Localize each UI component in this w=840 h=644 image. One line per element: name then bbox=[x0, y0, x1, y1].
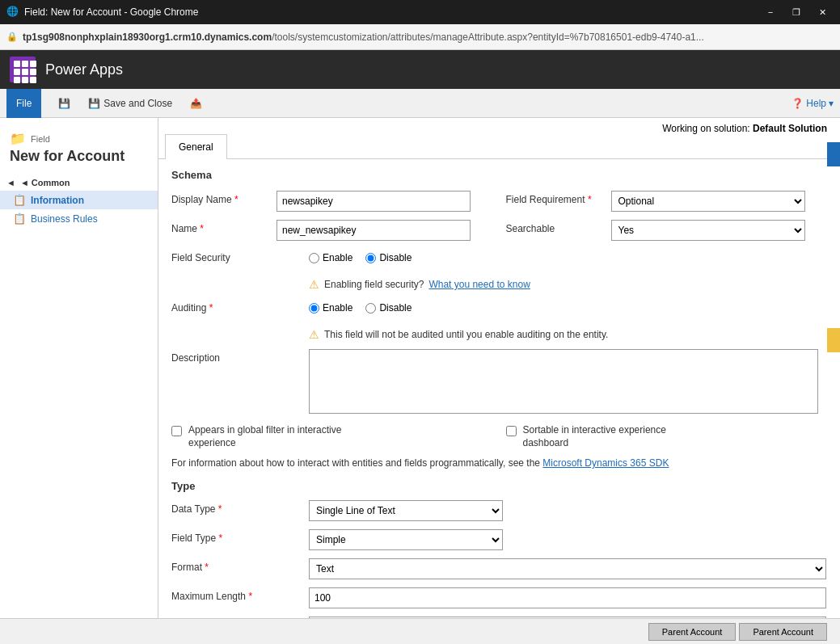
field-security-disable-radio[interactable]: Disable bbox=[365, 252, 412, 263]
waffle-menu[interactable] bbox=[10, 57, 36, 82]
name-row: Name * Searchable Yes No bbox=[171, 220, 827, 241]
field-requirement-select[interactable]: Optional Business Recommended Business R… bbox=[611, 191, 805, 212]
format-row: Format * Text Email URL Phone bbox=[171, 558, 827, 579]
display-name-input[interactable] bbox=[276, 191, 471, 212]
sidebar-item-business-rules[interactable]: 📋 Business Rules bbox=[0, 209, 158, 228]
auditing-warning-row: ⚠ This field will not be audited until y… bbox=[171, 328, 827, 341]
right-accent-panel bbox=[827, 118, 840, 644]
field-security-warning-row: ⚠ Enabling field security? What you need… bbox=[171, 278, 827, 291]
publish-icon: 📤 bbox=[190, 98, 202, 109]
display-name-row: Display Name * Field Requirement * Optio… bbox=[171, 191, 827, 212]
help-dropdown-icon: ▾ bbox=[829, 98, 834, 109]
sidebar: 📁 Field New for Account ◄ ◄ Common 📋 Inf… bbox=[0, 118, 158, 644]
window-title: Field: New for Account - Google Chrome bbox=[24, 6, 759, 18]
field-security-radio-group: Enable Disable bbox=[309, 249, 827, 263]
name-label: Name * bbox=[171, 220, 276, 234]
main-content: Working on solution: Default Solution Ge… bbox=[158, 118, 840, 644]
searchable-label: Searchable bbox=[506, 220, 611, 234]
field-type-label: Field Type * bbox=[171, 529, 309, 544]
page-title: New for Account bbox=[10, 148, 148, 165]
max-length-label: Maximum Length * bbox=[171, 587, 309, 602]
app-header: Power Apps bbox=[0, 50, 840, 89]
tab-general[interactable]: General bbox=[165, 134, 227, 159]
chrome-icon: 🌐 bbox=[6, 6, 19, 19]
sortable-checkbox[interactable] bbox=[506, 426, 517, 436]
warning-icon: ⚠ bbox=[309, 278, 319, 291]
blue-accent bbox=[827, 142, 840, 166]
auditing-warning-icon: ⚠ bbox=[309, 328, 319, 341]
page-header: 📁 Field New for Account bbox=[0, 124, 158, 175]
solution-bar: Working on solution: Default Solution bbox=[158, 118, 840, 134]
restore-button[interactable]: ❐ bbox=[785, 3, 808, 21]
address-bar: 🔒 tp1sg908nonphxplain18930org1.crm10.dyn… bbox=[0, 24, 840, 50]
help-icon: ❓ bbox=[791, 98, 804, 109]
title-bar: 🌐 Field: New for Account - Google Chrome… bbox=[0, 0, 840, 24]
app-title: Power Apps bbox=[45, 61, 123, 78]
file-button[interactable]: File bbox=[6, 89, 41, 118]
auditing-label: Auditing * bbox=[171, 299, 309, 314]
tab-strip: General bbox=[158, 134, 840, 159]
common-section-label: ◄ ◄ Common bbox=[0, 175, 158, 191]
global-filter-checkbox[interactable] bbox=[171, 426, 182, 436]
data-type-label: Data Type * bbox=[171, 500, 309, 515]
auditing-row: Auditing * Enable Disable bbox=[171, 299, 827, 320]
collapse-arrow-icon: ◄ bbox=[6, 178, 15, 187]
bottom-tab-parent-account-2[interactable]: Parent Account bbox=[739, 623, 827, 641]
field-requirement-label: Field Requirement * bbox=[506, 191, 611, 205]
max-length-input[interactable] bbox=[309, 587, 826, 608]
sortable-label: Sortable in interactive experience dashb… bbox=[523, 424, 685, 449]
form-area: Schema Display Name * Field Requirement … bbox=[158, 159, 840, 644]
display-name-label: Display Name * bbox=[171, 191, 276, 205]
field-type-row: Field Type * Simple Calculated Rollup bbox=[171, 529, 827, 550]
publish-button[interactable]: 📤 bbox=[183, 92, 209, 115]
global-filter-label: Appears in global filter in interactive … bbox=[188, 424, 350, 449]
information-icon: 📋 bbox=[13, 194, 26, 206]
save-close-icon: 💾 bbox=[88, 98, 100, 109]
description-textarea[interactable] bbox=[309, 349, 818, 414]
schema-section-title: Schema bbox=[171, 169, 827, 181]
save-button[interactable]: 💾 bbox=[51, 92, 78, 115]
help-button[interactable]: ❓ Help ▾ bbox=[791, 98, 834, 109]
lock-icon: 🔒 bbox=[6, 32, 18, 42]
searchable-select[interactable]: Yes No bbox=[611, 220, 805, 241]
auditing-disable-radio[interactable]: Disable bbox=[365, 302, 412, 314]
format-label: Format * bbox=[171, 558, 309, 573]
content-area: 📁 Field New for Account ◄ ◄ Common 📋 Inf… bbox=[0, 118, 840, 644]
description-label: Description bbox=[171, 349, 309, 364]
save-close-button[interactable]: 💾 Save and Close bbox=[81, 92, 179, 115]
url-path: /tools/systemcustomization/attributes/ma… bbox=[272, 32, 704, 43]
name-input[interactable] bbox=[276, 220, 471, 241]
checkbox-row: Appears in global filter in interactive … bbox=[171, 424, 827, 449]
url-prefix: tp1sg908nonphxplain18930org1.crm10.dynam… bbox=[23, 32, 272, 43]
minimize-button[interactable]: − bbox=[759, 3, 782, 21]
field-security-label: Field Security bbox=[171, 249, 309, 263]
display-name-control bbox=[276, 191, 493, 212]
description-row: Description bbox=[171, 349, 827, 416]
field-security-row: Field Security Enable Disable bbox=[171, 249, 827, 270]
folder-icon: 📁 bbox=[10, 131, 26, 146]
auditing-radio-group: Enable Disable bbox=[309, 299, 827, 314]
what-you-need-link[interactable]: What you need to know bbox=[428, 279, 530, 290]
max-length-row: Maximum Length * bbox=[171, 587, 827, 608]
field-security-enable-radio[interactable]: Enable bbox=[309, 252, 352, 263]
data-type-select[interactable]: Single Line of Text Multiple Lines of Te… bbox=[309, 500, 503, 521]
business-rules-icon: 📋 bbox=[13, 213, 26, 225]
sidebar-item-information[interactable]: 📋 Information bbox=[0, 191, 158, 209]
field-type-select[interactable]: Simple Calculated Rollup bbox=[309, 529, 503, 550]
auditing-enable-radio[interactable]: Enable bbox=[309, 302, 352, 314]
bottom-tabs: Parent Account Parent Account bbox=[648, 623, 827, 641]
sdk-link[interactable]: Microsoft Dynamics 365 SDK bbox=[542, 457, 669, 469]
save-icon: 💾 bbox=[58, 98, 70, 109]
bottom-tab-parent-account[interactable]: Parent Account bbox=[648, 623, 737, 641]
close-button[interactable]: ✕ bbox=[811, 3, 834, 21]
yellow-accent bbox=[827, 328, 840, 352]
bottom-bar: Parent Account Parent Account bbox=[0, 618, 840, 644]
solution-text: Working on solution: Default Solution bbox=[662, 123, 827, 134]
entity-label: 📁 Field bbox=[10, 131, 148, 146]
data-type-row: Data Type * Single Line of Text Multiple… bbox=[171, 500, 827, 521]
type-section-title: Type bbox=[171, 480, 827, 492]
toolbar: File 💾 💾 Save and Close 📤 ❓ Help ▾ bbox=[0, 89, 840, 118]
format-select[interactable]: Text Email URL Phone bbox=[309, 558, 826, 579]
info-text: For information about how to interact wi… bbox=[171, 456, 827, 470]
